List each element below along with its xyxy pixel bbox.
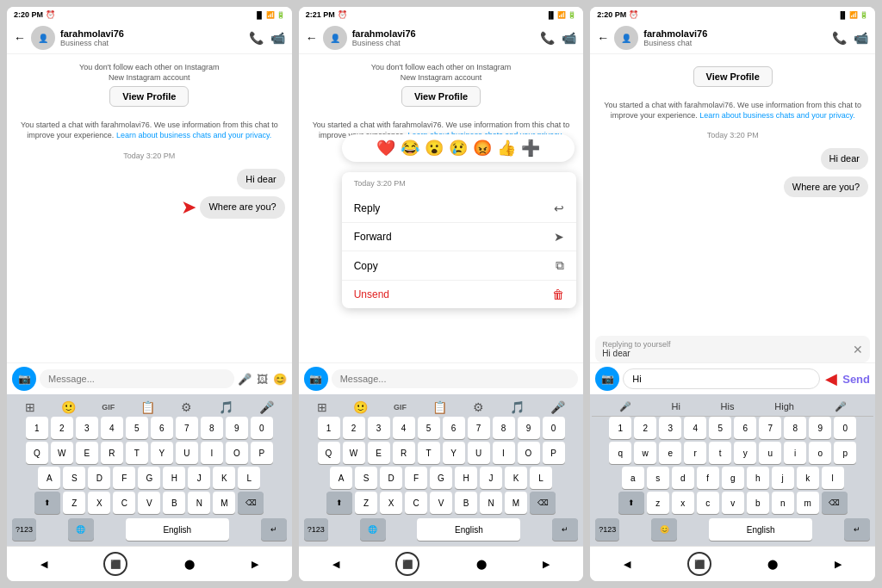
kb-row-num-1: 1 2 3 4 5 6 7 8 9 0 xyxy=(9,417,290,439)
tb2-clipboard[interactable]: 📋 xyxy=(432,400,447,414)
username-3: farahmolavi76 xyxy=(643,28,827,39)
key-0[interactable]: 0 xyxy=(251,417,273,439)
camera-btn-3[interactable]: 📷 xyxy=(595,367,619,391)
message-input-3[interactable] xyxy=(623,368,820,389)
back-button-1[interactable]: ← xyxy=(14,31,26,45)
camera-btn-2[interactable]: 📷 xyxy=(304,367,328,391)
back-button-2[interactable]: ← xyxy=(306,31,318,45)
learn-link-3[interactable]: Learn about business chats and your priv… xyxy=(699,111,854,120)
sticker-icon-1[interactable]: 😊 xyxy=(273,373,287,386)
nav-back-2[interactable]: ◀ xyxy=(332,559,339,570)
suggest-hi[interactable]: Hi xyxy=(671,401,680,412)
username-1: farahmolavi76 xyxy=(60,28,244,39)
emoji-thumbs[interactable]: 👍 xyxy=(497,139,516,158)
key-8[interactable]: 8 xyxy=(201,417,223,439)
nav-forward-1[interactable]: ▶ xyxy=(252,559,258,570)
signal-icon-2: ▐▌ xyxy=(546,11,556,19)
tb2-mic[interactable]: 🎤 xyxy=(550,400,565,414)
input-row-1: 📷 🎤 🖼 😊 xyxy=(7,362,292,394)
info-section-2: You don't follow each other on Instagram… xyxy=(306,59,577,114)
nav-home-1[interactable]: ⬛ xyxy=(103,552,127,576)
nav-forward-3[interactable]: ▶ xyxy=(835,559,842,570)
emoji-sad[interactable]: 😢 xyxy=(449,139,468,158)
context-reply-label: Reply xyxy=(354,202,381,214)
context-forward-label: Forward xyxy=(354,231,392,243)
mic-suggest[interactable]: 🎤 xyxy=(619,401,631,412)
camera-btn-1[interactable]: 📷 xyxy=(12,367,36,391)
key-5[interactable]: 5 xyxy=(126,417,148,439)
learn-link-1[interactable]: Learn about business chats and your priv… xyxy=(116,131,271,139)
subtitle-2: Business chat xyxy=(352,39,536,47)
suggest-high[interactable]: High xyxy=(774,401,794,412)
context-unsend[interactable]: Unsend 🗑 xyxy=(342,281,577,308)
view-profile-btn-3[interactable]: View Profile xyxy=(693,66,773,87)
phone-2: 2:21 PM ⏰ ▐▌ 📶 🔋 ← 👤 farahmolavi76 Busin… xyxy=(299,7,584,581)
phone-icon-2[interactable]: 📞 xyxy=(540,31,555,45)
video-icon-1[interactable]: 📹 xyxy=(270,31,285,45)
suggest-bar: 🎤 Hi His High 🎤 xyxy=(592,398,873,417)
time-1: 2:20 PM xyxy=(14,10,43,19)
send-button-3[interactable]: Send xyxy=(842,373,870,386)
nav-recents-1[interactable]: ⬤ xyxy=(184,559,195,570)
back-button-3[interactable]: ← xyxy=(597,31,609,45)
tb2-grid[interactable]: ⊞ xyxy=(317,400,327,414)
view-profile-btn-1[interactable]: View Profile xyxy=(109,86,189,107)
tb-gif[interactable]: GIF xyxy=(102,403,115,412)
tb2-gif[interactable]: GIF xyxy=(394,403,407,412)
key-3[interactable]: 3 xyxy=(76,417,98,439)
nav-forward-2[interactable]: ▶ xyxy=(543,559,550,570)
suggest-his[interactable]: His xyxy=(721,401,735,412)
status-bar-1: 2:20 PM ⏰ ▐▌ 📶 🔋 xyxy=(7,7,292,22)
key-2[interactable]: 2 xyxy=(51,417,73,439)
tb-mic[interactable]: 🎤 xyxy=(259,400,274,414)
avatar-3: 👤 xyxy=(614,26,638,50)
context-copy[interactable]: Copy ⧉ xyxy=(342,251,577,281)
nav-home-3[interactable]: ⬛ xyxy=(687,552,711,576)
tb-music[interactable]: 🎵 xyxy=(219,400,233,414)
video-icon-2[interactable]: 📹 xyxy=(562,31,576,45)
avatar-2: 👤 xyxy=(323,26,347,50)
emoji-heart[interactable]: ❤️ xyxy=(376,139,395,158)
tb2-emoji[interactable]: 🙂 xyxy=(353,400,368,414)
nav-recents-3[interactable]: ⬤ xyxy=(767,559,778,570)
nav-back-3[interactable]: ◀ xyxy=(624,559,630,570)
emoji-angry[interactable]: 😡 xyxy=(473,139,492,158)
tb-settings[interactable]: ⚙ xyxy=(181,400,192,414)
emoji-plus[interactable]: ➕ xyxy=(521,139,540,158)
reply-text: Hi dear xyxy=(602,349,670,358)
nav-recents-2[interactable]: ⬤ xyxy=(476,559,487,570)
tb-grid-icon[interactable]: ⊞ xyxy=(25,400,35,414)
key-1[interactable]: 1 xyxy=(26,417,48,439)
kb-row-q-1: Q W E R T Y U I O P xyxy=(9,442,290,464)
key-9[interactable]: 9 xyxy=(226,417,248,439)
bubble-p3-1: Hi dear xyxy=(821,148,868,169)
time-2: 2:21 PM xyxy=(306,10,335,19)
subtitle-3: Business chat xyxy=(643,39,827,47)
nav-back-1[interactable]: ◀ xyxy=(40,559,47,570)
key-6[interactable]: 6 xyxy=(151,417,173,439)
tb-emoji-icon[interactable]: 🙂 xyxy=(61,400,76,414)
emoji-laugh[interactable]: 😂 xyxy=(401,139,419,158)
video-icon-3[interactable]: 📹 xyxy=(854,31,868,45)
message-input-2[interactable] xyxy=(332,369,579,388)
reply-close-btn[interactable]: ✕ xyxy=(853,343,863,356)
wifi-icon-2: 📶 xyxy=(557,11,566,19)
key-4[interactable]: 4 xyxy=(101,417,123,439)
view-profile-btn-2[interactable]: View Profile xyxy=(401,86,481,107)
nav-home-2[interactable]: ⬛ xyxy=(395,552,419,576)
key-7[interactable]: 7 xyxy=(176,417,198,439)
tb-clipboard[interactable]: 📋 xyxy=(140,400,155,414)
phone-icon-3[interactable]: 📞 xyxy=(832,31,847,45)
image-icon-1[interactable]: 🖼 xyxy=(257,373,268,386)
phone-1: 2:20 PM ⏰ ▐▌ 📶 🔋 ← 👤 farahmolavi76 Busin… xyxy=(7,7,292,581)
phone-icon-1[interactable]: 📞 xyxy=(249,31,264,45)
emoji-wow[interactable]: 😮 xyxy=(425,139,444,158)
mic-right[interactable]: 🎤 xyxy=(835,401,847,412)
context-forward[interactable]: Forward ➤ xyxy=(342,223,577,251)
tb2-settings[interactable]: ⚙ xyxy=(473,400,484,414)
context-reply[interactable]: Reply ↩ xyxy=(342,195,577,223)
tb2-music[interactable]: 🎵 xyxy=(510,400,525,414)
mic-icon-1[interactable]: 🎤 xyxy=(238,373,252,386)
info-text-1: You don't follow each other on Instagram… xyxy=(21,63,278,83)
message-input-1[interactable] xyxy=(40,369,234,388)
